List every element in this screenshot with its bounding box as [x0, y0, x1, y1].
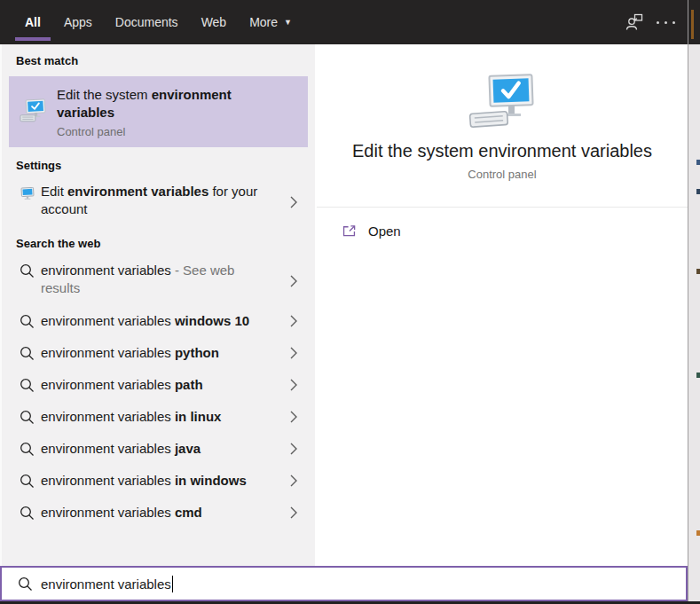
tab-documents-label: Documents: [115, 15, 178, 29]
search-icon: [20, 378, 35, 393]
search-icon: [20, 410, 35, 425]
background-window-artifact: [691, 10, 694, 39]
web-suggestion-text: environment variables java: [41, 440, 201, 458]
chevron-right-icon: [290, 411, 297, 423]
background-window-artifact: [696, 189, 700, 194]
tab-all-label: All: [25, 15, 41, 29]
web-suggestion[interactable]: environment variables java: [2, 433, 315, 465]
web-suggestion-text: environment variables in linux: [41, 408, 221, 426]
web-suggestion[interactable]: environment variables windows 10: [2, 305, 315, 337]
background-window-artifact: [696, 373, 700, 378]
tab-apps[interactable]: Apps: [52, 0, 104, 44]
search-icon: [20, 506, 35, 521]
chevron-right-icon: [290, 379, 297, 391]
tab-web-label: Web: [201, 15, 227, 29]
best-match-result[interactable]: Edit the system environment variables Co…: [9, 76, 308, 147]
chevron-right-icon: [290, 275, 297, 287]
system-properties-icon-large: [468, 74, 536, 130]
topbar-icons: [617, 0, 688, 44]
web-suggestion-text: environment variables windows 10: [41, 312, 249, 330]
user-feedback-icon[interactable]: [617, 0, 652, 44]
web-suggestion-text: environment variables path: [41, 376, 203, 394]
search-input-value[interactable]: environment variables: [41, 577, 171, 592]
tab-web[interactable]: Web: [190, 0, 239, 44]
search-filter-bar: All Apps Documents Web More▼: [0, 0, 688, 44]
settings-result-text: Edit environment variables for your acco…: [41, 183, 264, 218]
search-icon: [18, 577, 33, 592]
preview-subtitle: Control panel: [468, 168, 536, 181]
best-match-subtitle: Control panel: [57, 125, 270, 138]
system-properties-icon: [20, 98, 46, 126]
web-suggestion[interactable]: environment variables - See web results: [2, 257, 315, 305]
web-suggestion[interactable]: environment variables cmd: [2, 497, 315, 529]
settings-result[interactable]: Edit environment variables for your acco…: [2, 179, 315, 225]
best-match-text: Edit the system environment variables Co…: [57, 86, 270, 138]
web-suggestion[interactable]: environment variables in linux: [2, 401, 315, 433]
text-cursor: [172, 576, 173, 592]
web-suggestion[interactable]: environment variables python: [2, 337, 315, 369]
results-panel: Best match Edit the system environment v…: [0, 44, 315, 566]
background-window-artifact: [696, 269, 700, 274]
preview-panel: Edit the system environment variables Co…: [317, 44, 688, 566]
web-suggestion-text: environment variables python: [41, 344, 219, 362]
background-window-artifact: [696, 160, 700, 165]
window-edge-strip: [688, 0, 700, 604]
web-suggestion-text: environment variables cmd: [41, 504, 202, 522]
web-suggestion-text: environment variables - See web results: [41, 262, 252, 297]
windows-search-window: All Apps Documents Web More▼ Best match: [0, 0, 700, 604]
chevron-right-icon: [290, 196, 297, 208]
tab-apps-label: Apps: [64, 15, 92, 29]
open-action-label: Open: [368, 224, 401, 239]
divider: [317, 207, 688, 208]
chevron-right-icon: [290, 443, 297, 455]
search-icon: [20, 442, 35, 457]
ellipsis-icon[interactable]: [652, 0, 688, 44]
search-box[interactable]: environment variables: [0, 566, 688, 601]
chevron-right-icon: [290, 315, 297, 327]
search-icon: [20, 346, 35, 361]
open-action[interactable]: Open: [317, 213, 688, 248]
preview-title: Edit the system environment variables: [352, 141, 652, 161]
best-match-title: Edit the system environment variables: [57, 86, 270, 122]
chevron-down-icon: ▼: [284, 18, 292, 27]
web-suggestion[interactable]: environment variables in windows: [2, 465, 315, 497]
section-header-settings: Settings: [16, 158, 315, 174]
tab-more-label: More: [249, 15, 278, 29]
search-icon: [20, 263, 35, 278]
open-external-icon: [342, 224, 357, 239]
section-header-best-match: Best match: [16, 53, 315, 69]
web-suggestion-text: environment variables in windows: [41, 472, 247, 490]
tab-more[interactable]: More▼: [238, 0, 303, 44]
filter-tabs: All Apps Documents Web More▼: [0, 0, 303, 44]
chevron-right-icon: [290, 347, 297, 359]
chevron-right-icon: [290, 506, 297, 519]
edge-strip-top: [688, 0, 700, 44]
chevron-right-icon: [290, 475, 297, 487]
background-window-artifact: [696, 530, 700, 536]
monitor-icon: [20, 187, 35, 201]
web-suggestion[interactable]: environment variables path: [2, 369, 315, 401]
section-header-search-web: Search the web: [16, 236, 315, 252]
tab-documents[interactable]: Documents: [104, 0, 190, 44]
search-icon: [20, 474, 35, 489]
search-icon: [20, 314, 35, 329]
tab-all[interactable]: All: [13, 0, 52, 44]
